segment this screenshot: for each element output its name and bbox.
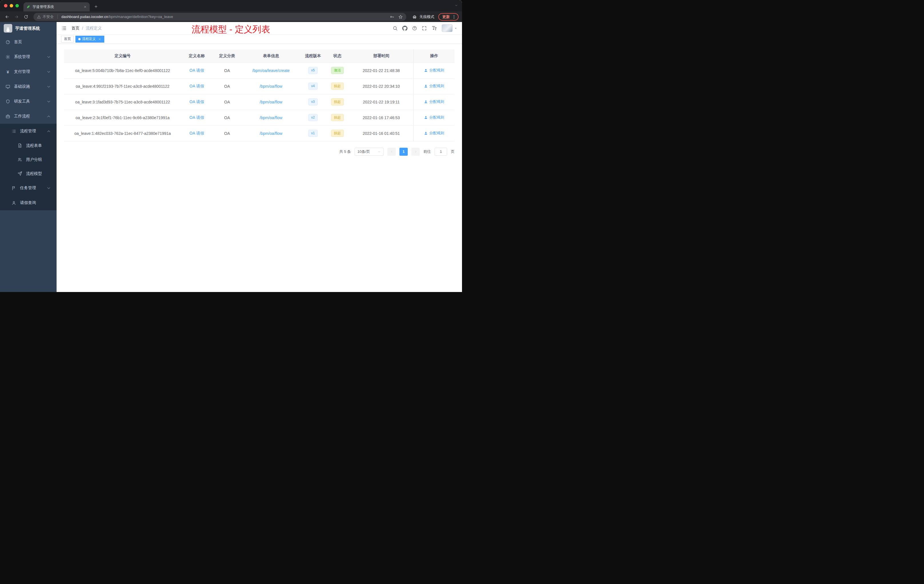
document-icon bbox=[17, 143, 22, 148]
assign-rule-link[interactable]: 分配规则 bbox=[424, 83, 444, 89]
version-badge: v4 bbox=[308, 82, 318, 90]
person-icon bbox=[424, 69, 428, 72]
total-count: 共 5 条 bbox=[340, 149, 351, 154]
window-controls bbox=[3, 0, 22, 12]
chevron-up-icon bbox=[46, 129, 51, 134]
favicon-leaf-icon bbox=[26, 5, 30, 9]
definition-name-link[interactable]: OA 请假 bbox=[190, 115, 204, 120]
app-navbar: 首页 / 流程定义 流程模型 - 定义列表 bbox=[56, 22, 462, 35]
close-icon bbox=[98, 38, 101, 41]
sidebar-item-workflow[interactable]: 工作流程 bbox=[0, 109, 56, 124]
assign-rule-link[interactable]: 分配规则 bbox=[424, 115, 444, 120]
cell-category: OA bbox=[212, 110, 242, 125]
sidebar-item-home[interactable]: 首页 bbox=[0, 35, 56, 49]
docs-help-button[interactable] bbox=[412, 26, 417, 31]
status-badge: 挂起 bbox=[331, 98, 344, 106]
sidebar-item-user-groups[interactable]: 用户分组 bbox=[0, 153, 56, 167]
back-icon bbox=[5, 15, 10, 19]
chevron-down-icon bbox=[46, 99, 51, 104]
sidebar-item-infrastructure[interactable]: 基础设施 bbox=[0, 79, 56, 94]
sidebar: 芋道管理系统 首页 系统管理 ¥ 支付管理 基础设施 bbox=[0, 22, 56, 292]
tags-view-bar: 首页 流程定义 bbox=[56, 35, 462, 43]
tag-close-button[interactable] bbox=[98, 38, 101, 41]
tag-process-definition[interactable]: 流程定义 bbox=[76, 36, 104, 43]
new-tab-button[interactable] bbox=[92, 3, 100, 11]
definition-name-link[interactable]: OA 请假 bbox=[190, 99, 204, 104]
form-link[interactable]: /bpm/oa/flow bbox=[260, 115, 282, 120]
definition-name-link[interactable]: OA 请假 bbox=[190, 68, 204, 73]
sidebar-item-task-management[interactable]: 任务管理 bbox=[0, 181, 56, 195]
next-page-button[interactable] bbox=[411, 148, 420, 156]
sidebar-item-process-models[interactable]: 流程模型 bbox=[0, 167, 56, 181]
workflow-submenu: 流程管理 流程表单 用户分组 流程模型 任务管理 bbox=[0, 124, 56, 210]
table-row: oa_leave:2:3c1f0ef1-76b1-11ec-9c66-a2380… bbox=[64, 110, 455, 125]
tag-home[interactable]: 首页 bbox=[61, 36, 74, 43]
cell-category: OA bbox=[212, 63, 242, 78]
bookmark-star-icon[interactable] bbox=[398, 15, 403, 19]
sidebar-item-leave-query[interactable]: 请假查询 bbox=[0, 195, 56, 210]
definition-name-link[interactable]: OA 请假 bbox=[190, 131, 204, 135]
definition-name-link[interactable]: OA 请假 bbox=[190, 84, 204, 88]
breadcrumb-home[interactable]: 首页 bbox=[71, 26, 79, 31]
close-window-button[interactable] bbox=[4, 4, 7, 7]
browser-update-button[interactable]: 更新 bbox=[438, 13, 459, 21]
sidebar-item-payment-management[interactable]: ¥ 支付管理 bbox=[0, 64, 56, 79]
address-bar[interactable]: 不安全 dashboard.yudao.iocoder.cn/bpm/manag… bbox=[33, 13, 406, 21]
sidebar-item-rd-tools[interactable]: 研发工具 bbox=[0, 94, 56, 109]
goto-page-input[interactable] bbox=[435, 148, 447, 156]
form-link[interactable]: /bpm/oa/leave/create bbox=[252, 68, 290, 73]
sidebar-item-process-management[interactable]: 流程管理 bbox=[0, 124, 56, 139]
forward-button[interactable] bbox=[12, 13, 21, 21]
forward-icon bbox=[14, 15, 19, 19]
app-root: 芋道管理系统 首页 系统管理 ¥ 支付管理 基础设施 bbox=[0, 22, 462, 292]
back-button[interactable] bbox=[2, 13, 12, 21]
page-number-button[interactable]: 1 bbox=[399, 148, 408, 156]
yen-icon: ¥ bbox=[5, 69, 10, 74]
version-badge: v1 bbox=[308, 130, 318, 137]
tab-close-icon[interactable] bbox=[83, 5, 87, 8]
password-key-icon[interactable] bbox=[390, 15, 394, 19]
search-button[interactable] bbox=[393, 26, 398, 31]
sidebar-item-process-forms[interactable]: 流程表单 bbox=[0, 139, 56, 153]
form-link[interactable]: /bpm/oa/flow bbox=[260, 100, 282, 104]
page-annotation: 流程模型 - 定义列表 bbox=[191, 23, 270, 35]
tab-search-button[interactable] bbox=[455, 3, 458, 8]
form-link[interactable]: /bpm/oa/flow bbox=[260, 131, 282, 136]
assign-rule-link[interactable]: 分配规则 bbox=[424, 99, 444, 104]
status-badge: 挂起 bbox=[331, 82, 344, 90]
font-size-button[interactable] bbox=[431, 25, 437, 31]
kebab-menu-icon[interactable] bbox=[452, 15, 456, 19]
definition-table: 定义编号 定义名称 定义分类 表单信息 流程版本 状态 部署时间 操作 oa_l bbox=[64, 49, 455, 142]
cell-deployed-time: 2022-01-22 21:48:38 bbox=[349, 63, 414, 78]
fullscreen-button[interactable] bbox=[422, 26, 427, 31]
security-label[interactable]: 不安全 bbox=[43, 14, 54, 20]
navbar-tools bbox=[393, 24, 457, 32]
breadcrumb: 首页 / 流程定义 bbox=[71, 26, 102, 31]
sidebar-toggle-button[interactable] bbox=[61, 25, 67, 31]
plus-icon bbox=[94, 5, 98, 8]
logo-title: 芋道管理系统 bbox=[15, 26, 40, 31]
assign-rule-link[interactable]: 分配规则 bbox=[424, 130, 444, 136]
form-link[interactable]: /bpm/oa/flow bbox=[260, 84, 282, 89]
page-size-select[interactable]: 10条/页 bbox=[355, 148, 384, 156]
browser-tabstrip: 芋道管理系统 bbox=[0, 0, 462, 12]
user-avatar-dropdown[interactable] bbox=[442, 24, 457, 32]
github-link[interactable] bbox=[402, 26, 408, 31]
col-definition-category: 定义分类 bbox=[212, 49, 242, 63]
url-text[interactable]: dashboard.yudao.iocoder.cn/bpm/manager/d… bbox=[61, 15, 388, 19]
sidebar-item-system-management[interactable]: 系统管理 bbox=[0, 49, 56, 64]
reload-button[interactable] bbox=[21, 13, 31, 21]
prev-page-button[interactable] bbox=[388, 148, 396, 156]
table-row: oa_leave:3:1fad3d93-7b75-11ec-a3c8-acde4… bbox=[64, 94, 455, 110]
minimize-window-button[interactable] bbox=[10, 4, 13, 7]
chevron-down-icon bbox=[46, 69, 51, 74]
reload-icon bbox=[24, 15, 28, 19]
chevron-down-icon bbox=[46, 54, 51, 59]
browser-tab[interactable]: 芋道管理系统 bbox=[23, 2, 90, 12]
zoom-window-button[interactable] bbox=[15, 4, 19, 7]
briefcase-icon bbox=[5, 114, 10, 119]
cell-deployed-time: 2022-01-16 01:40:51 bbox=[349, 125, 414, 141]
person-icon bbox=[424, 132, 428, 135]
assign-rule-link[interactable]: 分配规则 bbox=[424, 68, 444, 73]
chevron-up-icon bbox=[46, 114, 51, 119]
